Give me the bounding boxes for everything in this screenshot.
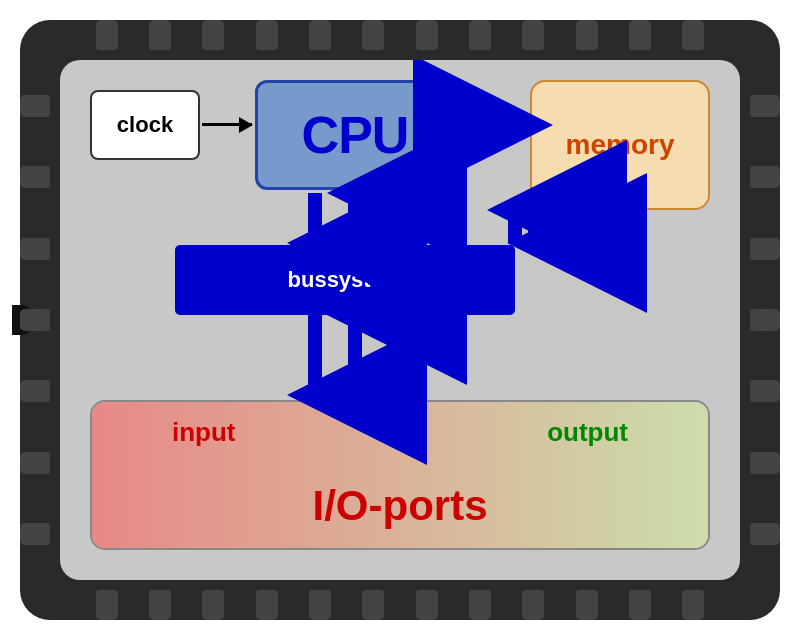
pin: [309, 20, 331, 50]
pin: [20, 523, 50, 545]
pin: [256, 20, 278, 50]
pin: [750, 309, 780, 331]
pin: [362, 20, 384, 50]
pin: [96, 20, 118, 50]
pins-top: [20, 20, 780, 50]
pin: [522, 20, 544, 50]
pin: [149, 20, 171, 50]
pin: [20, 95, 50, 117]
clock-block: clock: [90, 90, 200, 160]
chip-package: clock CPU memory bussystem input output …: [20, 20, 780, 620]
clock-arrow: [202, 123, 252, 126]
pin: [362, 590, 384, 620]
pin: [750, 238, 780, 260]
pin: [20, 238, 50, 260]
pin: [96, 590, 118, 620]
pin: [202, 20, 224, 50]
pin: [522, 590, 544, 620]
pin: [750, 95, 780, 117]
io-output-label: output: [547, 417, 628, 448]
io-input-label: input: [172, 417, 236, 448]
pin: [682, 20, 704, 50]
memory-block: memory: [530, 80, 710, 210]
pins-left: [20, 20, 50, 620]
pins-right: [750, 20, 780, 620]
io-block: input output I/O-ports: [90, 400, 710, 550]
pin: [750, 166, 780, 188]
pin: [256, 590, 278, 620]
bus-label: bussystem: [288, 267, 403, 293]
chip-board: clock CPU memory bussystem input output …: [60, 60, 740, 580]
pin: [576, 20, 598, 50]
cpu-label: CPU: [302, 105, 409, 165]
pin: [202, 590, 224, 620]
clock-label: clock: [117, 112, 173, 138]
cpu-block: CPU: [255, 80, 455, 190]
bus-block: bussystem: [175, 245, 515, 315]
pin: [416, 20, 438, 50]
pin: [750, 452, 780, 474]
pin: [750, 523, 780, 545]
pin: [750, 380, 780, 402]
io-ports-label: I/O-ports: [313, 482, 488, 530]
pin: [682, 590, 704, 620]
pin: [20, 166, 50, 188]
pin: [20, 452, 50, 474]
pin: [309, 590, 331, 620]
pins-bottom: [20, 590, 780, 620]
pin: [149, 590, 171, 620]
pin: [469, 20, 491, 50]
memory-label: memory: [566, 129, 675, 161]
pin: [629, 590, 651, 620]
pin: [469, 590, 491, 620]
pin: [416, 590, 438, 620]
pin: [629, 20, 651, 50]
pin: [576, 590, 598, 620]
pin: [20, 309, 50, 331]
pin: [20, 380, 50, 402]
